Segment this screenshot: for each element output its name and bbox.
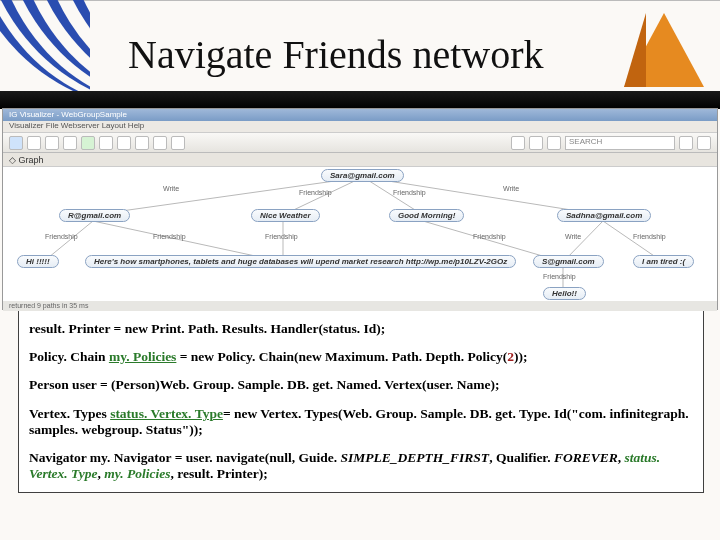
graph-node[interactable]: R@gmail.com bbox=[59, 209, 130, 222]
toolbar-button[interactable] bbox=[529, 136, 543, 150]
edge-label: Write bbox=[503, 185, 519, 192]
toolbar-button[interactable] bbox=[697, 136, 711, 150]
menubar[interactable]: Visualizer File Webserver Layout Help bbox=[3, 121, 717, 133]
edge-label: Friendship bbox=[265, 233, 298, 240]
toolbar-button[interactable] bbox=[99, 136, 113, 150]
toolbar-button[interactable] bbox=[511, 136, 525, 150]
graph-tab[interactable]: ◇ Graph bbox=[3, 153, 717, 167]
edge-label: Friendship bbox=[633, 233, 666, 240]
slide-title: Navigate Friends network bbox=[128, 31, 543, 78]
toolbar-button[interactable] bbox=[45, 136, 59, 150]
toolbar-button[interactable] bbox=[117, 136, 131, 150]
graph-node[interactable]: I am tired :( bbox=[633, 255, 694, 268]
graph-node[interactable]: Hello!! bbox=[543, 287, 586, 300]
code-line: Vertex. Types status. Vertex. Type= new … bbox=[29, 406, 693, 438]
code-line: Person user = (Person)Web. Group. Sample… bbox=[29, 377, 693, 393]
toolbar: SEARCH bbox=[3, 133, 717, 153]
edge-label: Friendship bbox=[393, 189, 426, 196]
graph-node[interactable]: Here's how smartphones, tablets and huge… bbox=[85, 255, 516, 268]
graph-node[interactable]: Good Morning! bbox=[389, 209, 464, 222]
slide-header: Navigate Friends network bbox=[0, 0, 720, 108]
graph-node[interactable]: Sadhna@gmail.com bbox=[557, 209, 651, 222]
edge-label: Friendship bbox=[299, 189, 332, 196]
toolbar-button[interactable] bbox=[153, 136, 167, 150]
statusbar: returned 9 paths in 35 ms bbox=[3, 301, 717, 311]
toolbar-button[interactable] bbox=[547, 136, 561, 150]
graph-node[interactable]: Hi !!!!! bbox=[17, 255, 59, 268]
toolbar-button[interactable] bbox=[171, 136, 185, 150]
edge-label: Write bbox=[565, 233, 581, 240]
graph-node[interactable]: S@gmail.com bbox=[533, 255, 604, 268]
code-line: Navigator my. Navigator = user. navigate… bbox=[29, 450, 693, 482]
code-block: result. Printer = new Print. Path. Resul… bbox=[18, 310, 704, 493]
edge-layer bbox=[3, 167, 717, 301]
graph-node[interactable]: Nice Weather bbox=[251, 209, 320, 222]
window-titlebar: IG Visualizer - WebGroupSample bbox=[3, 109, 717, 121]
triangle-logo-icon bbox=[624, 13, 704, 87]
search-input[interactable]: SEARCH bbox=[565, 136, 675, 150]
toolbar-button[interactable] bbox=[27, 136, 41, 150]
edge-label: Friendship bbox=[45, 233, 78, 240]
edge-label: Write bbox=[163, 185, 179, 192]
search-button[interactable] bbox=[679, 136, 693, 150]
graph-canvas[interactable]: Sara@gmail.com R@gmail.com Nice Weather … bbox=[3, 167, 717, 301]
visualizer-window: IG Visualizer - WebGroupSample Visualize… bbox=[2, 108, 718, 310]
code-line: result. Printer = new Print. Path. Resul… bbox=[29, 321, 693, 337]
code-line: Policy. Chain my. Policies = new Policy.… bbox=[29, 349, 693, 365]
toolbar-button[interactable] bbox=[135, 136, 149, 150]
toolbar-button[interactable] bbox=[9, 136, 23, 150]
edge-label: Friendship bbox=[473, 233, 506, 240]
edge-label: Friendship bbox=[153, 233, 186, 240]
header-dark-strip bbox=[0, 91, 720, 109]
edge-label: Friendship bbox=[543, 273, 576, 280]
graph-node[interactable]: Sara@gmail.com bbox=[321, 169, 404, 182]
toolbar-button[interactable] bbox=[63, 136, 77, 150]
toolbar-button[interactable] bbox=[81, 136, 95, 150]
